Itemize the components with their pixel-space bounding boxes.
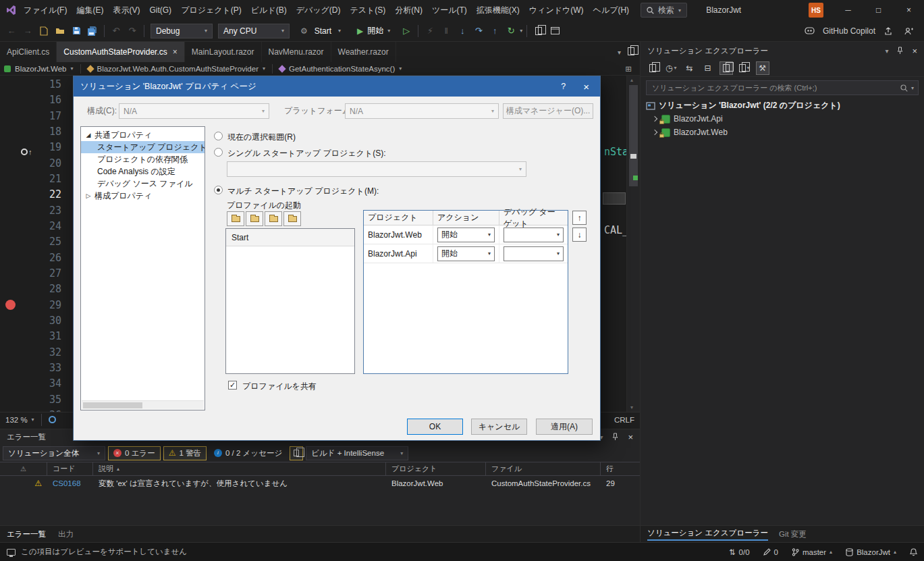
menu-help[interactable]: ヘルプ(H) — [589, 0, 634, 20]
error-code-link[interactable]: CS0168 — [47, 479, 93, 487]
feedback-icon[interactable] — [901, 24, 916, 38]
switch-views-icon[interactable]: ⇆ — [683, 61, 697, 75]
pin-icon[interactable] — [897, 47, 903, 55]
messages-filter-button[interactable]: i 0 / 2 メッセージ — [209, 446, 287, 460]
filter-button[interactable] — [290, 446, 303, 460]
dialog-titlebar[interactable]: ソリューション 'BlazorJwt' プロパティ ページ ? × — [74, 76, 600, 97]
menu-debug[interactable]: デバッグ(D) — [292, 0, 346, 20]
start-without-debugging-icon[interactable]: ▷ — [399, 24, 414, 38]
solution-search-box[interactable]: ▾ — [646, 80, 919, 95]
grid-row-api[interactable]: BlazorJwt.Api 開始▾ ▾ — [364, 244, 568, 263]
close-icon[interactable]: × — [583, 81, 589, 92]
tree-startup-project[interactable]: スタートアップ プロジェクトの構成 — [81, 141, 205, 153]
pending-changes-filter-icon[interactable]: ◷▾ — [664, 61, 678, 75]
grid-header-target[interactable]: デバッグ ターゲット — [499, 211, 568, 225]
cancel-button[interactable]: キャンセル — [471, 419, 527, 435]
close-icon[interactable]: × — [173, 47, 178, 57]
zoom-level-dropdown[interactable]: 132 % — [5, 416, 28, 424]
repository-button[interactable]: BlazorJwt ▴ — [846, 548, 896, 556]
breadcrumb-project[interactable]: BlazorJwt.Web — [15, 65, 66, 73]
debug-target-dropdown[interactable]: ▾ — [504, 228, 564, 242]
show-all-files-toggle[interactable] — [719, 61, 733, 75]
menu-test[interactable]: テスト(S) — [345, 0, 390, 20]
scrollbar-thumb[interactable] — [629, 85, 638, 186]
chevron-down-icon[interactable]: ▾ — [399, 65, 402, 72]
move-up-button[interactable]: ↑ — [572, 211, 587, 225]
project-node-api[interactable]: BlazorJwt.Api — [641, 112, 924, 126]
step-over-icon[interactable]: ↷ — [471, 24, 486, 38]
tab-output[interactable]: 出力 — [58, 529, 74, 539]
menu-view[interactable]: 表示(V) — [108, 0, 144, 20]
chevron-down-icon[interactable]: ▾ — [70, 65, 73, 72]
move-down-button[interactable]: ↓ — [572, 228, 587, 242]
file-column-header[interactable]: ファイル — [486, 462, 601, 475]
save-icon[interactable] — [69, 24, 84, 38]
branch-button[interactable]: master ▴ — [792, 548, 832, 556]
tab-customauthstateprovider[interactable]: CustomAuthStateProvider.cs × — [57, 42, 184, 62]
undo-icon[interactable]: ↶ — [109, 24, 124, 38]
pin-icon[interactable] — [612, 433, 618, 441]
tree-configuration-properties[interactable]: ▷ 構成プロパティ — [81, 190, 205, 202]
tab-mainlayout[interactable]: MainLayout.razor — [185, 42, 262, 62]
view-switcher-icon[interactable]: ▾ — [738, 61, 751, 75]
break-all-icon[interactable]: ‖ — [439, 24, 454, 38]
immediate-window-icon[interactable] — [547, 24, 562, 38]
notifications-button[interactable] — [910, 548, 917, 556]
grid-row-web[interactable]: BlazorJwt.Web 開始▾ ▾ — [364, 225, 568, 244]
editor-scrollbar[interactable]: ▴ ▾ — [626, 76, 640, 412]
launch-profile-dropdown[interactable]: ⚙ Start ▾ — [295, 24, 346, 38]
profile-list[interactable]: Start — [225, 228, 355, 374]
split-window-icon[interactable]: ⊞ — [625, 64, 632, 74]
menu-analyze[interactable]: 分析(N) — [390, 0, 427, 20]
tree-common-properties[interactable]: ◢ 共通プロパティ — [81, 129, 205, 141]
close-icon[interactable]: × — [628, 432, 633, 442]
editor-options-icon[interactable] — [628, 47, 634, 57]
tab-solution-explorer[interactable]: ソリューション エクスプローラー — [647, 528, 768, 541]
close-icon[interactable]: × — [912, 46, 917, 56]
breadcrumb-member[interactable]: GetAuthenticationStateAsync() — [289, 65, 395, 73]
apply-button[interactable]: 適用(A) — [536, 419, 593, 435]
close-button[interactable]: × — [894, 0, 924, 20]
copilot-label[interactable]: GitHub Copilot — [823, 26, 875, 36]
new-file-icon[interactable] — [36, 24, 51, 38]
tree-project-dependencies[interactable]: プロジェクトの依存関係 — [81, 153, 205, 165]
clone-profile-button[interactable] — [246, 211, 263, 226]
chevron-right-icon[interactable] — [652, 116, 657, 122]
project-node-web[interactable]: BlazorJwt.Web — [641, 126, 924, 139]
help-icon[interactable]: ? — [561, 82, 566, 91]
action-dropdown[interactable]: 開始▾ — [437, 246, 495, 261]
error-table-row[interactable]: ⚠ CS0168 変数 'ex' は宣言されていますが、使用されていません Bl… — [0, 476, 640, 491]
line-ending-indicator[interactable]: CRLF — [614, 416, 634, 424]
error-scope-dropdown[interactable]: ソリューション全体 ▾ — [3, 446, 105, 460]
menu-git[interactable]: Git(G) — [144, 0, 176, 20]
scroll-up-icon[interactable]: ▴ — [630, 77, 633, 83]
tab-weather[interactable]: Weather.razor — [331, 42, 396, 62]
menu-window[interactable]: ウィンドウ(W) — [524, 0, 589, 20]
tab-error-list[interactable]: エラー一覧 — [7, 529, 46, 539]
breakpoint-icon[interactable] — [5, 300, 16, 310]
maximize-button[interactable]: □ — [863, 0, 894, 20]
minimize-button[interactable]: ─ — [833, 0, 863, 20]
properties-icon[interactable]: ⚒ — [756, 61, 769, 75]
step-into-icon[interactable]: ↓ — [455, 24, 470, 38]
profile-list-item[interactable]: Start — [226, 229, 354, 246]
startup-projects-grid[interactable]: プロジェクト アクション デバッグ ターゲット BlazorJwt.Web 開始… — [363, 210, 568, 374]
menu-build[interactable]: ビルド(B) — [246, 0, 292, 20]
line-column-header[interactable]: 行 — [601, 462, 640, 475]
menu-tools[interactable]: ツール(T) — [427, 0, 472, 20]
action-dropdown[interactable]: 開始▾ — [437, 228, 495, 242]
solution-node[interactable]: ソリューション 'BlazorJwt' (2/2 のプロジェクト) — [641, 99, 924, 112]
account-badge[interactable]: HS — [809, 3, 823, 18]
ok-button[interactable]: OK — [407, 419, 463, 435]
menu-extensions[interactable]: 拡張機能(X) — [472, 0, 524, 20]
project-column-header[interactable]: プロジェクト — [386, 462, 486, 475]
sync-with-active-document-icon[interactable] — [646, 61, 659, 75]
health-indicator-icon[interactable] — [49, 416, 56, 423]
save-all-icon[interactable] — [85, 24, 100, 38]
navigate-backward-icon[interactable]: ← — [4, 24, 19, 38]
errors-filter-button[interactable]: × 0 エラー — [108, 446, 161, 460]
grid-header-project[interactable]: プロジェクト — [364, 211, 433, 225]
hot-reload-icon[interactable]: ⚡ — [423, 24, 437, 38]
rename-profile-button[interactable] — [283, 211, 301, 226]
open-folder-icon[interactable] — [53, 24, 67, 38]
